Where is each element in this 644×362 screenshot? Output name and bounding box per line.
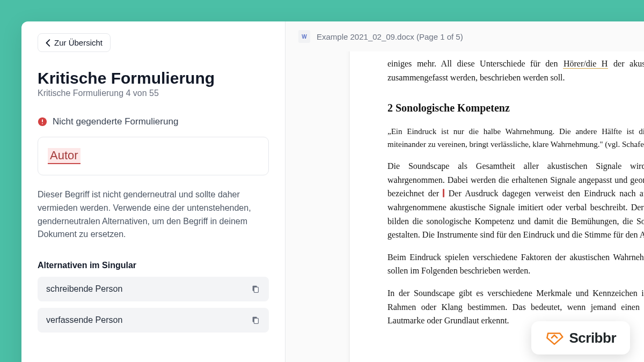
doc-quote: „Ein Eindruck ist nur die halbe Wahrnehm… (387, 125, 644, 151)
doc-paragraph: Beim Eindruck spielen verschiedene Fakto… (387, 250, 644, 278)
svg-rect-1 (42, 120, 43, 122)
doc-heading: 2 Sonologische Kompetenz (387, 99, 644, 116)
doc-highlight: Hörer/die H (563, 59, 608, 69)
document-page[interactable]: einiges mehr. All diese Unterschiede für… (350, 51, 644, 362)
doc-paragraph: Die Soundscape als Gesamtheit aller akus… (387, 159, 644, 242)
brand-logo-icon (545, 329, 564, 347)
back-button[interactable]: Zur Übersicht (38, 33, 111, 52)
alternative-item[interactable]: schreibende Person (38, 277, 269, 301)
page-title: Kritische Formulierung (38, 69, 269, 87)
progress-subtitle: Kritische Formulierung 4 von 55 (38, 88, 269, 98)
detail-panel: Zur Übersicht Kritische Formulierung Kri… (21, 21, 286, 362)
term-box: Autor (38, 137, 269, 175)
brand-badge: Scribbr (531, 321, 630, 354)
doc-filename: Example 2021_02_09.docx (Page 1 of 5) (317, 32, 463, 41)
copy-icon (251, 284, 260, 294)
word-file-icon: W (298, 30, 310, 43)
alert-icon (38, 117, 47, 127)
svg-rect-2 (42, 123, 43, 124)
doc-paragraph: einiges mehr. All diese Unterschiede für… (387, 57, 644, 84)
flagged-term: Autor (48, 148, 80, 164)
brand-name: Scribbr (569, 330, 616, 346)
alternatives-heading: Alternativen im Singular (38, 261, 269, 270)
document-viewer: W Example 2021_02_09.docx (Page 1 of 5) … (286, 21, 644, 362)
chevron-left-icon (46, 39, 51, 47)
alternative-label: schreibende Person (46, 284, 122, 294)
alternative-item[interactable]: verfassende Person (38, 308, 269, 333)
svg-rect-6 (254, 319, 258, 324)
doc-header: W Example 2021_02_09.docx (Page 1 of 5) (286, 21, 644, 51)
svg-rect-4 (254, 287, 258, 293)
issue-label: Nicht gegenderte Formulierung (53, 116, 178, 127)
copy-icon (251, 315, 260, 325)
issue-description: Dieser Begriff ist nicht genderneutral u… (38, 188, 269, 241)
alternative-label: verfassende Person (46, 315, 122, 325)
back-label: Zur Übersicht (54, 38, 103, 47)
issue-row: Nicht gegenderte Formulierung (38, 116, 269, 127)
